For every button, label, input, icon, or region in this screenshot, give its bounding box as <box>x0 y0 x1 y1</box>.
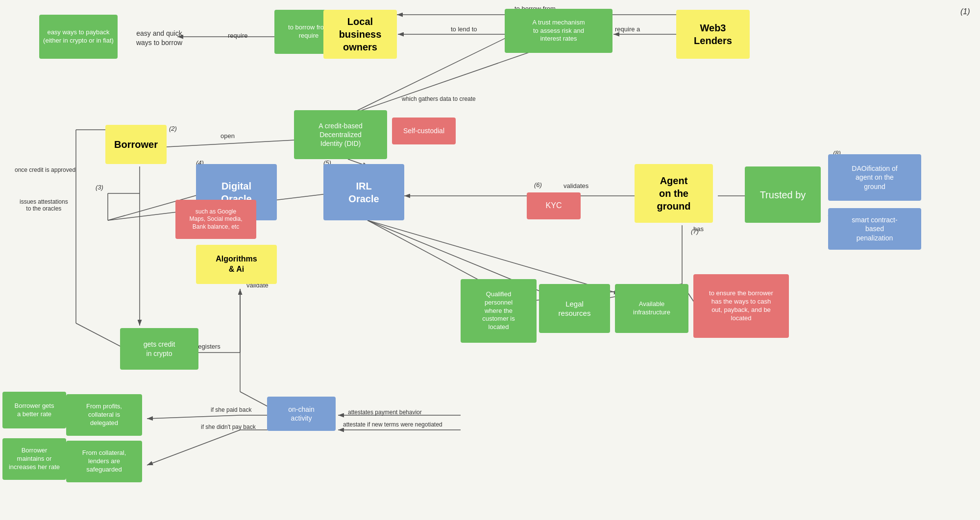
attestates-payment-label: attestates payment behavior <box>348 409 422 416</box>
agent-ground-node: Agenton theground <box>635 164 713 223</box>
issues-att-label: issues attestations to the oracles <box>20 198 68 212</box>
from-profits-node: From profits,collateral isdelegated <box>66 394 142 436</box>
which-gathers-label: which gathers data to create <box>402 95 476 102</box>
smart-contract-node: smart contract-basedpenalization <box>828 208 921 250</box>
web3-lenders-node: Web3Lenders <box>676 10 750 59</box>
svg-line-39 <box>147 430 240 465</box>
if-not-paid-label: if she didn't pay back <box>201 424 256 430</box>
local-business-owners-node: Localbusinessowners <box>323 10 397 59</box>
from-collateral-node: From collateral,lenders aresafeguarded <box>66 441 142 482</box>
svg-line-41 <box>348 49 539 115</box>
borrower-maintains-node: Borrowermaintains orincreases her rate <box>2 438 66 480</box>
daofication-node: DAOification ofagent on theground <box>828 154 921 201</box>
easy-quick-node: easy and quickways to borrow <box>122 24 196 51</box>
require-a-label: require a <box>615 25 640 33</box>
easy-payback-node: easy ways to payback(either in crypto or… <box>39 15 118 59</box>
require-label: require <box>228 32 247 39</box>
svg-line-7 <box>167 140 304 147</box>
trust-mechanism-node: A trust mechanismto assess risk andinter… <box>505 9 612 53</box>
qualified-personnel-node: Qualifiedpersonnelwhere thecustomer islo… <box>461 279 537 343</box>
available-infra-node: Availableinfrastructure <box>615 284 688 333</box>
credit-did-node: A credit-basedDecentralizedIdentity (DID… <box>294 110 387 159</box>
num6-label: (6) <box>534 181 542 189</box>
legal-resources-node: Legalresources <box>539 284 610 333</box>
has-label: has <box>693 225 704 233</box>
num1-label: (1) <box>960 7 970 16</box>
diagram: (1) (2) (3) (4) (5) (6) (6) (7) (8) to b… <box>0 0 980 520</box>
num3-label: (3) <box>96 184 103 191</box>
borrower-better-rate-node: Borrower getsa better rate <box>2 392 66 428</box>
num2-label: (2) <box>169 125 177 132</box>
borrower-node: Borrower <box>105 125 167 164</box>
algorithms-ai-node: Algorithms& Ai <box>196 245 277 284</box>
arrows-svg <box>0 0 980 520</box>
if-paid-label: if she paid back <box>211 406 251 413</box>
kyc-node: KYC <box>527 192 581 219</box>
data-sources-node: such as GoogleMaps, Social media,Bank ba… <box>175 200 256 239</box>
self-custodial-node: Self-custodial <box>392 118 456 144</box>
gets-credit-node: gets creditin crypto <box>120 328 198 370</box>
onchain-activity-node: on-chainactivity <box>267 397 336 431</box>
trusted-by-node: Trusted by <box>745 166 821 223</box>
to-lend-to-label: to lend to <box>451 25 477 33</box>
ensure-borrower-node: to ensure the borrowerhas the ways to ca… <box>693 274 789 338</box>
irl-oracle-node: IRLOracle <box>323 164 404 220</box>
open-label: open <box>220 132 235 140</box>
attestate-new-label: attestate if new terms were negotiated <box>343 421 442 428</box>
validates-label: validates <box>564 182 588 189</box>
once-credit-label: once credit is approved <box>15 166 75 173</box>
registers-label: registers <box>196 343 220 350</box>
svg-line-36 <box>147 415 240 419</box>
